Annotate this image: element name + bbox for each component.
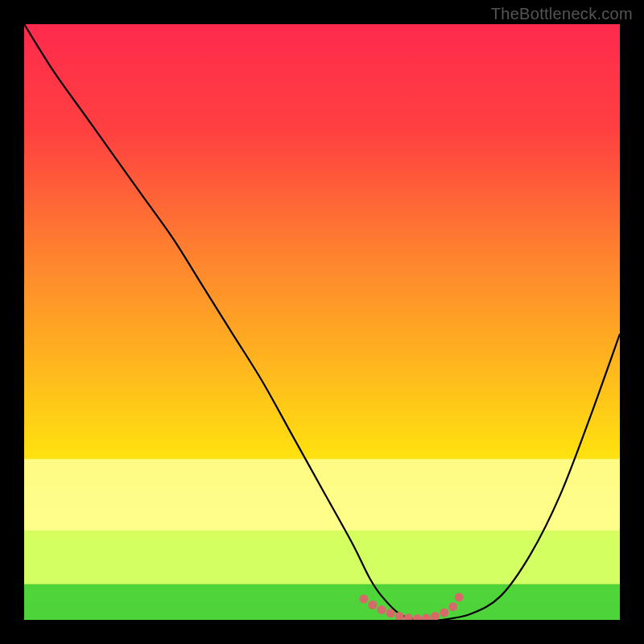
bottom-band bbox=[24, 530, 620, 584]
chart-container: TheBottleneck.com bbox=[0, 0, 644, 644]
curve-marker bbox=[404, 613, 413, 622]
bottom-bands bbox=[24, 459, 620, 620]
curve-marker bbox=[431, 612, 440, 621]
curve-marker bbox=[359, 595, 368, 604]
curve-marker bbox=[368, 601, 377, 609]
curve-marker bbox=[395, 612, 404, 621]
curve-marker bbox=[386, 609, 395, 617]
curve-marker bbox=[413, 614, 422, 623]
curve-marker bbox=[378, 605, 386, 614]
attribution-text: TheBottleneck.com bbox=[491, 5, 633, 23]
curve-marker bbox=[448, 602, 457, 611]
chart-svg bbox=[0, 0, 644, 644]
curve-marker bbox=[440, 609, 448, 617]
bottom-band bbox=[24, 584, 620, 620]
bottom-band bbox=[24, 459, 620, 530]
curve-marker bbox=[455, 592, 464, 601]
curve-marker bbox=[422, 613, 431, 622]
